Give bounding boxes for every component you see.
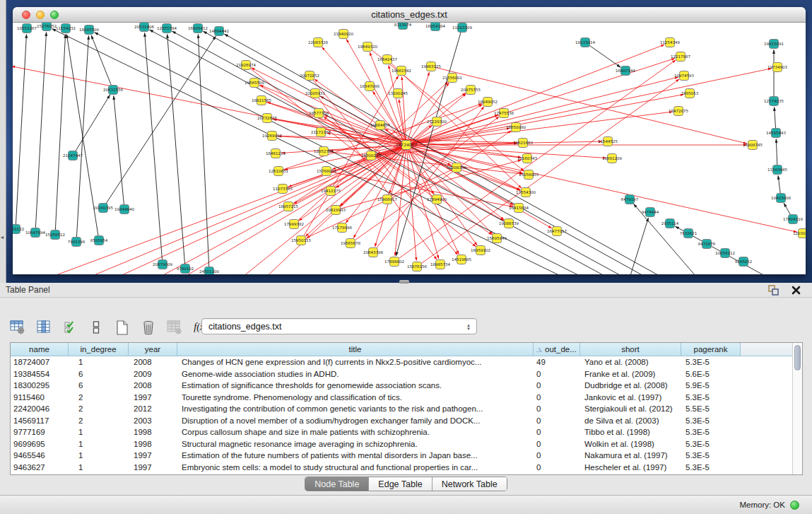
table-cell[interactable]: Wolkin et al. (1998) — [580, 438, 681, 450]
graph-edge[interactable] — [406, 72, 429, 145]
table-cell[interactable]: 2 — [69, 415, 129, 427]
table-cell[interactable]: 6 — [69, 368, 129, 380]
table-cell[interactable]: 2009 — [129, 368, 177, 380]
table-cell[interactable]: de Silva et al. (2003) — [580, 415, 681, 427]
table-cell[interactable]: 9115460 — [11, 392, 69, 404]
graph-edge[interactable] — [380, 125, 520, 189]
table-row[interactable]: 1872400712008Changes of HCN gene express… — [11, 356, 792, 368]
table-selector-dropdown[interactable]: citations_edges.txt ▴▾ — [201, 318, 477, 334]
table-cell[interactable]: Changes of HCN gene expression and I(f) … — [177, 356, 534, 368]
table-cell[interactable]: Corpus callosum shape and size in male p… — [177, 426, 534, 438]
table-cell[interactable]: Tourette syndrome. Phenomenology and cla… — [177, 392, 534, 404]
delete-table-button[interactable] — [141, 320, 156, 335]
column-header-year[interactable]: year — [129, 343, 177, 356]
table-cell[interactable]: 6 — [69, 380, 129, 392]
table-row[interactable]: 1830029562008Estimation of significance … — [11, 380, 792, 392]
table-cell[interactable]: 5.3E-5 — [681, 426, 741, 438]
table-row[interactable]: 946554611997Estimation of the future num… — [11, 450, 792, 462]
table-cell[interactable]: 5.5E-5 — [681, 403, 741, 415]
graph-edge[interactable] — [145, 33, 163, 264]
column-header-in_degree[interactable]: in_degree — [69, 343, 129, 356]
table-cell[interactable]: 9463627 — [11, 462, 69, 474]
table-cell[interactable]: Genome-wide association studies in ADHD. — [177, 368, 534, 380]
table-cell[interactable]: 2 — [69, 392, 129, 404]
table-cell[interactable]: Disruption of a novel member of a sodium… — [177, 415, 534, 427]
table-cell[interactable]: Stergiakouli et al. (2012) — [580, 403, 681, 415]
table-cell[interactable]: 18724007 — [11, 356, 69, 368]
table-cell[interactable]: 9777169 — [11, 426, 69, 438]
column-header-short[interactable]: short — [580, 343, 681, 356]
table-cell[interactable]: 0 — [534, 392, 580, 404]
select-all-checks-button[interactable] — [62, 320, 78, 335]
table-cell[interactable]: 1 — [69, 356, 129, 368]
table-cell[interactable]: 5.3E-5 — [681, 415, 741, 427]
table-cell[interactable]: 2008 — [129, 356, 177, 368]
zoom-window-button[interactable] — [50, 11, 59, 19]
table-row[interactable]: 969969511998Structural magnetic resonanc… — [11, 438, 792, 450]
table-cell[interactable]: 0 — [534, 403, 580, 415]
graph-edge[interactable] — [324, 115, 406, 145]
graph-edge[interactable] — [585, 42, 620, 67]
table-cell[interactable]: Franke et al. (2009) — [580, 368, 681, 380]
table-cell[interactable]: 5.3E-5 — [681, 462, 741, 474]
graph-edge[interactable] — [55, 34, 66, 235]
show-columns-button[interactable] — [36, 320, 52, 335]
memory-ok-indicator-icon[interactable] — [790, 501, 799, 510]
network-window-titlebar[interactable]: citations_edges.txt — [13, 7, 806, 23]
table-cell[interactable]: 2003 — [129, 415, 177, 427]
table-cell[interactable]: 14569117 — [11, 415, 69, 427]
table-cell[interactable]: Structural magnetic resonance image aver… — [177, 438, 534, 450]
graph-edge[interactable] — [35, 32, 47, 233]
table-cell[interactable]: 2008 — [129, 380, 177, 392]
graph-edge[interactable] — [406, 69, 772, 145]
import-table-button-disabled[interactable] — [167, 320, 182, 335]
table-cell[interactable]: 1998 — [129, 438, 177, 450]
table-cell[interactable]: 1 — [69, 438, 129, 450]
table-cell[interactable]: 5.3E-5 — [681, 392, 741, 404]
new-table-button[interactable] — [114, 320, 130, 335]
table-cell[interactable]: Nakamura et al. (1997) — [580, 450, 681, 462]
table-cell[interactable]: 49 — [534, 356, 580, 368]
table-cell[interactable]: Estimation of significance thresholds fo… — [177, 380, 534, 392]
table-cell[interactable]: Jankovic et al. (1997) — [580, 392, 681, 404]
table-cell[interactable]: 18300295 — [11, 380, 69, 392]
table-row[interactable]: 946362711997Embryonic stem cells: a mode… — [11, 462, 792, 474]
minimize-window-button[interactable] — [36, 11, 45, 19]
graph-edge[interactable] — [76, 35, 88, 242]
table-cell[interactable]: Estimation of the future numbers of pati… — [177, 450, 534, 462]
table-cell[interactable]: 0 — [534, 368, 580, 380]
graph-edge[interactable] — [634, 204, 709, 274]
table-cell[interactable]: 5.3E-5 — [681, 450, 741, 462]
table-cell[interactable]: 9699695 — [11, 438, 69, 450]
table-cell[interactable]: 1 — [69, 450, 129, 462]
table-cell[interactable]: 1997 — [129, 462, 177, 474]
table-cell[interactable]: 9465546 — [11, 450, 69, 462]
table-cell[interactable]: 0 — [534, 415, 580, 427]
table-cell[interactable]: 1997 — [129, 392, 177, 404]
table-cell[interactable]: 5.3E-5 — [681, 356, 741, 368]
graph-edge[interactable] — [625, 218, 648, 274]
graph-edge[interactable] — [406, 45, 664, 145]
table-cell[interactable]: Tibbo et al. (1998) — [580, 426, 681, 438]
graph-edge[interactable] — [167, 34, 185, 269]
table-cell[interactable]: Embryonic stem cells: a model to study s… — [177, 462, 534, 474]
table-row[interactable]: 1938455462009Genome-wide association stu… — [11, 368, 792, 380]
column-header-out_de[interactable]: out_de... — [534, 343, 580, 356]
table-cell[interactable]: 5.6E-5 — [681, 368, 741, 380]
collapse-left-arrow-icon[interactable]: ◂ — [1, 235, 4, 240]
close-panel-icon[interactable] — [788, 282, 804, 298]
network-canvas[interactable]: 1872400721926974195655001882156520732625… — [13, 23, 806, 274]
table-row[interactable]: 2242004622012Investigating the contribut… — [11, 403, 792, 415]
table-cell[interactable]: 0 — [534, 450, 580, 462]
float-panel-icon[interactable] — [765, 282, 781, 298]
close-window-button[interactable] — [22, 11, 30, 19]
table-cell[interactable]: 0 — [534, 462, 580, 474]
table-cell[interactable]: 5.9E-5 — [681, 380, 741, 392]
table-cell[interactable]: 0 — [534, 438, 580, 450]
graph-edge[interactable] — [406, 95, 684, 145]
row-height-button[interactable] — [88, 320, 104, 335]
table-scrollbar-thumb[interactable] — [794, 345, 801, 370]
graph-edge[interactable] — [230, 145, 406, 274]
table-cell[interactable]: 19384554 — [11, 368, 69, 380]
table-cell[interactable]: Dudbridge et al. (2008) — [580, 380, 681, 392]
